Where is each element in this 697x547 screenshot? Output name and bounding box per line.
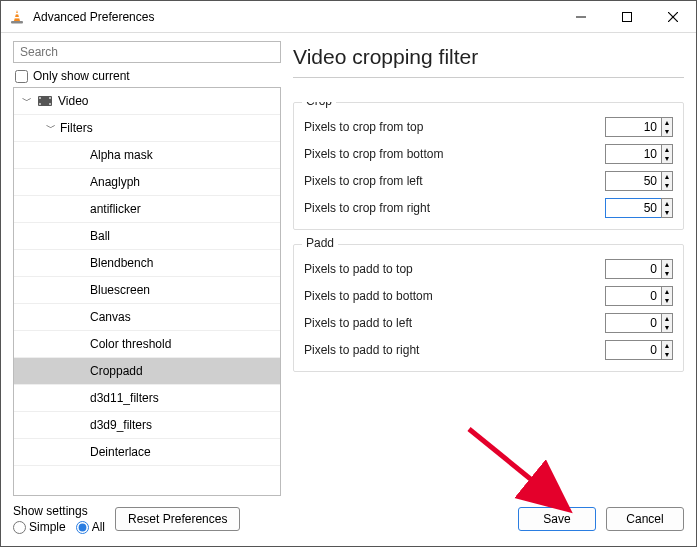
spinbox[interactable]: ▲▼: [605, 171, 673, 191]
radio-all[interactable]: All: [76, 520, 105, 534]
field-label: Pixels to padd to bottom: [304, 289, 433, 303]
spinbox[interactable]: ▲▼: [605, 286, 673, 306]
tree-item-label: Bluescreen: [90, 283, 150, 297]
tree-item-label: Anaglyph: [90, 175, 140, 189]
tree-item-label: Deinterlace: [90, 445, 151, 459]
spinbox-input[interactable]: [605, 259, 661, 279]
tree-item-bluescreen[interactable]: Bluescreen: [14, 277, 280, 304]
spin-down-icon[interactable]: ▼: [662, 296, 672, 305]
tree-item-label: Blendbench: [90, 256, 153, 270]
tree-item-ball[interactable]: Ball: [14, 223, 280, 250]
spin-buttons[interactable]: ▲▼: [661, 171, 673, 191]
tree-item-label: Video: [58, 94, 88, 108]
svg-rect-3: [11, 21, 23, 24]
spin-down-icon[interactable]: ▼: [662, 323, 672, 332]
search-input[interactable]: [13, 41, 281, 63]
cancel-button[interactable]: Cancel: [606, 507, 684, 531]
spinbox-input[interactable]: [605, 198, 661, 218]
close-button[interactable]: [650, 1, 696, 32]
spin-buttons[interactable]: ▲▼: [661, 259, 673, 279]
svg-rect-9: [39, 97, 41, 99]
tree-item-label: Croppadd: [90, 364, 143, 378]
show-settings-label: Show settings: [13, 504, 105, 518]
field-label: Pixels to padd to top: [304, 262, 413, 276]
chevron-down-icon: ﹀: [44, 121, 58, 135]
spin-up-icon[interactable]: ▲: [662, 118, 672, 127]
spinbox-input[interactable]: [605, 340, 661, 360]
svg-marker-0: [14, 10, 20, 21]
tree-item-video[interactable]: ﹀Video: [14, 88, 280, 115]
maximize-button[interactable]: [604, 1, 650, 32]
tree-item-color-threshold[interactable]: Color threshold: [14, 331, 280, 358]
spin-down-icon[interactable]: ▼: [662, 269, 672, 278]
spinbox[interactable]: ▲▼: [605, 259, 673, 279]
save-button[interactable]: Save: [518, 507, 596, 531]
field-row: Pixels to padd to bottom▲▼: [304, 282, 673, 309]
tree-item-croppadd[interactable]: Croppadd: [14, 358, 280, 385]
field-label: Pixels to crop from bottom: [304, 147, 443, 161]
field-label: Pixels to padd to right: [304, 343, 419, 357]
spin-buttons[interactable]: ▲▼: [661, 198, 673, 218]
tree-item-d3d9-filters[interactable]: d3d9_filters: [14, 412, 280, 439]
window-title: Advanced Preferences: [33, 10, 558, 24]
tree-item-deinterlace[interactable]: Deinterlace: [14, 439, 280, 466]
spin-up-icon[interactable]: ▲: [662, 145, 672, 154]
radio-simple[interactable]: Simple: [13, 520, 66, 534]
spin-up-icon[interactable]: ▲: [662, 287, 672, 296]
spinbox-input[interactable]: [605, 117, 661, 137]
left-pane: Only show current ﹀Video﹀FiltersAlpha ma…: [13, 41, 281, 496]
spin-down-icon[interactable]: ▼: [662, 127, 672, 136]
minimize-button[interactable]: [558, 1, 604, 32]
right-pane: Video cropping filter CropPixels to crop…: [293, 41, 684, 496]
tree-item-canvas[interactable]: Canvas: [14, 304, 280, 331]
spin-up-icon[interactable]: ▲: [662, 341, 672, 350]
video-icon: [36, 95, 54, 107]
spinbox-input[interactable]: [605, 171, 661, 191]
radio-simple-input[interactable]: [13, 521, 26, 534]
reset-preferences-button[interactable]: Reset Preferences: [115, 507, 240, 531]
spin-buttons[interactable]: ▲▼: [661, 286, 673, 306]
spinbox-input[interactable]: [605, 144, 661, 164]
spin-up-icon[interactable]: ▲: [662, 172, 672, 181]
tree-item-d3d11-filters[interactable]: d3d11_filters: [14, 385, 280, 412]
only-show-current-label: Only show current: [33, 69, 130, 83]
spinbox-input[interactable]: [605, 286, 661, 306]
spin-up-icon[interactable]: ▲: [662, 314, 672, 323]
spinbox[interactable]: ▲▼: [605, 340, 673, 360]
tree-item-label: Canvas: [90, 310, 131, 324]
spinbox[interactable]: ▲▼: [605, 313, 673, 333]
spin-buttons[interactable]: ▲▼: [661, 144, 673, 164]
spin-buttons[interactable]: ▲▼: [661, 313, 673, 333]
radio-all-input[interactable]: [76, 521, 89, 534]
spinbox[interactable]: ▲▼: [605, 198, 673, 218]
spinbox[interactable]: ▲▼: [605, 144, 673, 164]
field-row: Pixels to padd to left▲▼: [304, 309, 673, 336]
group-title: Padd: [302, 236, 338, 250]
only-show-current-checkbox[interactable]: [15, 70, 28, 83]
spin-down-icon[interactable]: ▼: [662, 208, 672, 217]
bottom-bar: Show settings Simple All Reset Preferenc…: [1, 496, 696, 546]
tree-item-blendbench[interactable]: Blendbench: [14, 250, 280, 277]
only-show-current[interactable]: Only show current: [15, 69, 281, 83]
tree-item-label: antiflicker: [90, 202, 141, 216]
spin-down-icon[interactable]: ▼: [662, 350, 672, 359]
field-label: Pixels to crop from top: [304, 120, 423, 134]
group-crop: CropPixels to crop from top▲▼Pixels to c…: [293, 102, 684, 230]
tree-item-label: Alpha mask: [90, 148, 153, 162]
field-label: Pixels to crop from right: [304, 201, 430, 215]
spin-up-icon[interactable]: ▲: [662, 199, 672, 208]
preferences-tree[interactable]: ﹀Video﹀FiltersAlpha maskAnaglyphantiflic…: [13, 87, 281, 496]
spin-buttons[interactable]: ▲▼: [661, 117, 673, 137]
spin-down-icon[interactable]: ▼: [662, 154, 672, 163]
spinbox-input[interactable]: [605, 313, 661, 333]
tree-item-filters[interactable]: ﹀Filters: [14, 115, 280, 142]
tree-item-alpha-mask[interactable]: Alpha mask: [14, 142, 280, 169]
spin-buttons[interactable]: ▲▼: [661, 340, 673, 360]
settings-groups: CropPixels to crop from top▲▼Pixels to c…: [293, 102, 684, 496]
spinbox[interactable]: ▲▼: [605, 117, 673, 137]
spin-up-icon[interactable]: ▲: [662, 260, 672, 269]
field-row: Pixels to crop from bottom▲▼: [304, 140, 673, 167]
tree-item-anaglyph[interactable]: Anaglyph: [14, 169, 280, 196]
tree-item-antiflicker[interactable]: antiflicker: [14, 196, 280, 223]
spin-down-icon[interactable]: ▼: [662, 181, 672, 190]
